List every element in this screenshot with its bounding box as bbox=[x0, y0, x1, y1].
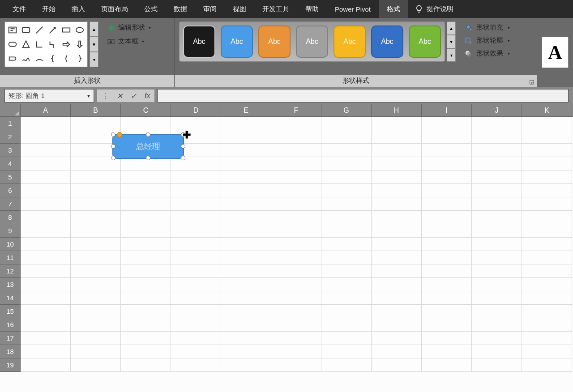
cell[interactable] bbox=[372, 278, 422, 291]
cell[interactable] bbox=[71, 278, 121, 291]
cell[interactable] bbox=[422, 251, 472, 264]
column-header[interactable]: H bbox=[372, 104, 422, 117]
cell[interactable] bbox=[221, 184, 271, 197]
tab-review[interactable]: 审阅 bbox=[195, 0, 225, 18]
cell[interactable] bbox=[372, 291, 422, 305]
cell[interactable] bbox=[472, 130, 522, 144]
cell[interactable] bbox=[321, 197, 372, 211]
cell[interactable] bbox=[522, 305, 572, 318]
shape-freeform-icon[interactable] bbox=[20, 52, 32, 65]
cell[interactable] bbox=[221, 305, 271, 318]
cell[interactable] bbox=[121, 264, 171, 278]
dialog-launcher-icon[interactable]: ◲ bbox=[529, 79, 534, 85]
row-header[interactable]: 16 bbox=[0, 318, 21, 332]
selected-shape-rounded-rect[interactable]: 总经理 bbox=[112, 134, 184, 159]
resize-handle-tm[interactable] bbox=[146, 132, 150, 137]
cell[interactable] bbox=[321, 211, 372, 224]
shape-adjust-handle[interactable] bbox=[117, 132, 122, 137]
cell[interactable] bbox=[171, 264, 221, 278]
cell[interactable] bbox=[171, 224, 221, 238]
cell[interactable] bbox=[372, 184, 422, 197]
cell[interactable] bbox=[472, 318, 522, 332]
cell[interactable] bbox=[321, 170, 372, 184]
cell[interactable] bbox=[522, 170, 572, 184]
cell[interactable] bbox=[522, 144, 572, 157]
cell[interactable] bbox=[372, 345, 422, 358]
cell[interactable] bbox=[422, 278, 472, 291]
cell[interactable] bbox=[372, 358, 422, 372]
row-header[interactable]: 12 bbox=[0, 264, 21, 278]
cell[interactable] bbox=[271, 305, 321, 318]
cell[interactable] bbox=[372, 170, 422, 184]
style-thumb-green[interactable]: Abc bbox=[409, 26, 441, 58]
cell[interactable] bbox=[71, 117, 121, 130]
cell[interactable] bbox=[321, 157, 372, 170]
cell[interactable] bbox=[71, 197, 121, 211]
cell[interactable] bbox=[21, 305, 71, 318]
column-header[interactable]: J bbox=[472, 104, 522, 117]
cell[interactable] bbox=[472, 358, 522, 372]
style-scroll-down-icon[interactable]: ▼ bbox=[447, 35, 456, 48]
cell[interactable] bbox=[472, 144, 522, 157]
shape-down-arrow-icon[interactable] bbox=[73, 38, 86, 51]
row-header[interactable]: 2 bbox=[0, 130, 21, 144]
cell[interactable] bbox=[372, 264, 422, 278]
cell[interactable] bbox=[121, 251, 171, 264]
cell[interactable] bbox=[21, 238, 71, 251]
cancel-formula-button[interactable]: ✕ bbox=[117, 92, 123, 100]
cell[interactable] bbox=[271, 224, 321, 238]
cell[interactable] bbox=[121, 211, 171, 224]
shape-line-icon[interactable] bbox=[33, 23, 46, 37]
style-thumb-black[interactable]: Abc bbox=[183, 26, 215, 58]
cell[interactable] bbox=[221, 197, 271, 211]
shape-oval-icon[interactable] bbox=[73, 23, 86, 37]
cells-area[interactable]: 总经理 ✚ bbox=[21, 117, 573, 372]
cell[interactable] bbox=[321, 291, 372, 305]
tab-format[interactable]: 格式 bbox=[379, 0, 408, 18]
cell[interactable] bbox=[21, 278, 71, 291]
cell[interactable] bbox=[271, 144, 321, 157]
cell[interactable] bbox=[121, 117, 171, 130]
cell[interactable] bbox=[422, 318, 472, 332]
cell[interactable] bbox=[171, 358, 221, 372]
cell[interactable] bbox=[372, 224, 422, 238]
cell[interactable] bbox=[221, 238, 271, 251]
tab-developer[interactable]: 开发工具 bbox=[254, 0, 297, 18]
cell[interactable] bbox=[221, 170, 271, 184]
cell[interactable] bbox=[522, 197, 572, 211]
cell[interactable] bbox=[422, 345, 472, 358]
cell[interactable] bbox=[121, 345, 171, 358]
cell[interactable] bbox=[121, 184, 171, 197]
cell[interactable] bbox=[422, 264, 472, 278]
style-thumb-darkblue[interactable]: Abc bbox=[371, 26, 403, 58]
row-header[interactable]: 11 bbox=[0, 251, 21, 264]
cell[interactable] bbox=[71, 318, 121, 332]
shapes-scroll-up-icon[interactable]: ▲ bbox=[90, 21, 98, 37]
resize-handle-mr[interactable] bbox=[181, 144, 185, 149]
cell[interactable] bbox=[522, 358, 572, 372]
cell[interactable] bbox=[271, 117, 321, 130]
cell[interactable] bbox=[171, 211, 221, 224]
tell-me-label[interactable]: 提作说明 bbox=[427, 5, 453, 13]
cell[interactable] bbox=[121, 318, 171, 332]
cell[interactable] bbox=[171, 278, 221, 291]
cell[interactable] bbox=[71, 184, 121, 197]
resize-handle-bl[interactable] bbox=[111, 156, 115, 160]
cell[interactable] bbox=[171, 305, 221, 318]
cell[interactable] bbox=[271, 184, 321, 197]
cell[interactable] bbox=[71, 358, 121, 372]
cell[interactable] bbox=[422, 184, 472, 197]
cell[interactable] bbox=[21, 157, 71, 170]
shape-rounded-rect2-icon[interactable] bbox=[6, 38, 19, 51]
row-header[interactable]: 10 bbox=[0, 238, 21, 251]
cell[interactable] bbox=[271, 345, 321, 358]
cell[interactable] bbox=[221, 332, 271, 345]
tab-insert[interactable]: 插入 bbox=[64, 0, 93, 18]
cell[interactable] bbox=[221, 264, 271, 278]
cell[interactable] bbox=[121, 238, 171, 251]
style-thumb-orange[interactable]: Abc bbox=[258, 26, 291, 58]
edit-shape-button[interactable]: 编辑形状 ▾ bbox=[107, 23, 151, 32]
cell[interactable] bbox=[372, 117, 422, 130]
cell[interactable] bbox=[171, 318, 221, 332]
cell[interactable] bbox=[522, 332, 572, 345]
